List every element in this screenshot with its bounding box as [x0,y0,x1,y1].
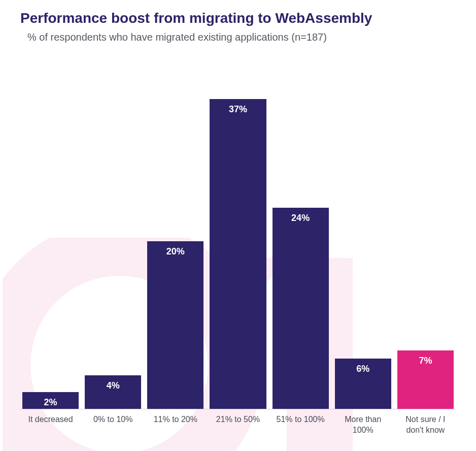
bar-slot: 4% [85,74,141,409]
x-label: 11% to 20% [147,414,203,436]
x-label: It decreased [22,414,79,436]
bar-slot: 6% [335,74,391,409]
bar-value-label: 24% [291,213,310,223]
x-label: 21% to 50% [210,414,266,436]
bar-slot: 20% [147,74,203,409]
chart-subtitle: % of respondents who have migrated exist… [27,31,456,43]
bar-slot: 7% [397,74,454,409]
bar-value-label: 2% [44,397,57,408]
chart-area: 2% 4% 20% 37% 24% [20,74,456,436]
bar-slot: 2% [22,74,79,409]
bars-container: 2% 4% 20% 37% 24% [20,74,456,409]
bar-value-label: 4% [107,380,120,391]
bar-more-than-100: 6% [335,359,391,409]
bar-slot: 24% [273,74,329,409]
x-label: 51% to 100% [273,414,329,436]
bar-value-label: 7% [419,356,432,366]
bar-value-label: 20% [166,246,185,257]
bar-slot: 37% [210,74,266,409]
bar-value-label: 37% [229,104,247,115]
bar-21-to-50: 37% [210,99,266,409]
bar-0-to-10: 4% [85,375,141,409]
x-label: Not sure / I don't know [397,414,454,436]
bar-11-to-20: 20% [147,241,203,409]
x-axis-labels: It decreased 0% to 10% 11% to 20% 21% to… [20,409,456,436]
bar-value-label: 6% [356,364,369,374]
chart-title: Performance boost from migrating to WebA… [20,10,456,26]
bar-not-sure: 7% [397,350,454,409]
bar-51-to-100: 24% [273,208,329,409]
x-label: 0% to 10% [85,414,141,436]
x-label: More than 100% [335,414,391,436]
bar-it-decreased: 2% [22,392,79,409]
